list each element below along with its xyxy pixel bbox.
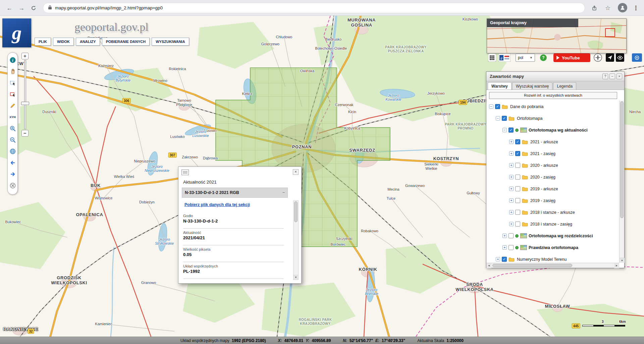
layer-row[interactable]: +Ortofotomapa wg rozdzielczości: [486, 230, 619, 242]
expand-icon[interactable]: +: [502, 234, 507, 238]
overview-map[interactable]: Geoportal krajowy: [487, 18, 627, 53]
layer-label[interactable]: 2020 - zasięg: [530, 175, 555, 180]
popup-vertical-scrollbar[interactable]: ▼: [293, 200, 299, 280]
layer-row[interactable]: −✓Ortofotomapa: [486, 112, 619, 124]
expand-icon[interactable]: +: [509, 222, 514, 226]
expand-icon[interactable]: +: [509, 198, 514, 203]
profile-avatar[interactable]: [618, 3, 627, 12]
layer-row[interactable]: +2018 i starsze - arkusze: [486, 206, 619, 218]
bookmark-star-icon[interactable]: ☆: [603, 3, 612, 13]
share-icon[interactable]: [590, 3, 599, 13]
tab-warstwy[interactable]: Warstwy: [488, 82, 512, 90]
zoom-slider-track[interactable]: [24, 60, 26, 129]
layer-checkbox[interactable]: [515, 163, 520, 168]
tab-legenda[interactable]: Legenda: [553, 82, 576, 90]
expand-icon[interactable]: +: [509, 163, 514, 167]
layer-checkbox[interactable]: ✓: [502, 257, 507, 262]
scrollbar-thumb[interactable]: [492, 264, 572, 267]
layer-label[interactable]: 2019 - arkusze: [530, 187, 558, 191]
zoom-in-button[interactable]: +: [21, 53, 29, 59]
layer-checkbox[interactable]: [515, 222, 520, 227]
menu-plik[interactable]: PLIK: [35, 38, 51, 46]
browser-menu-icon[interactable]: ⋮: [631, 3, 641, 13]
layer-label[interactable]: Dane do pobrania: [510, 104, 543, 109]
layer-checkbox[interactable]: ✓: [515, 151, 520, 156]
browser-refresh-icon[interactable]: [29, 3, 38, 13]
expand-icon[interactable]: +: [509, 175, 514, 179]
collapse-icon[interactable]: −: [496, 116, 500, 120]
scroll-right-arrow[interactable]: ►: [614, 263, 619, 268]
apps-grid-icon[interactable]: [488, 54, 496, 63]
layer-checkbox[interactable]: ✓: [515, 139, 520, 144]
layer-checkbox[interactable]: [508, 245, 514, 250]
pan-tool[interactable]: [9, 68, 16, 75]
menu-wyszukiwania[interactable]: WYSZUKIWANIA: [152, 38, 189, 46]
scroll-left-arrow[interactable]: ◄: [486, 263, 491, 268]
browser-url-bar[interactable]: mapy.geoportal.gov.pl/imap/Imgp_2.html?g…: [43, 3, 585, 13]
popup-list-icon[interactable]: [181, 169, 189, 175]
layer-row[interactable]: −✓Ortofotomapa wg aktualności: [486, 124, 619, 136]
layer-label[interactable]: Prawdziwa ortofotomapa: [529, 245, 578, 250]
info-tool[interactable]: i: [9, 56, 16, 64]
browser-back-icon[interactable]: ←: [5, 3, 14, 13]
panel-vertical-scrollbar[interactable]: ▼: [619, 101, 624, 263]
overview-extent-marker[interactable]: [605, 28, 615, 37]
layer-checkbox[interactable]: ✓: [502, 116, 507, 121]
layer-checkbox[interactable]: [515, 186, 520, 191]
menu-widok[interactable]: WIDOK: [53, 38, 74, 46]
scroll-down-arrow[interactable]: ▼: [620, 258, 625, 263]
layer-label[interactable]: 2018 i starsze - arkusze: [530, 210, 575, 215]
layer-checkbox[interactable]: ✓: [508, 128, 514, 133]
layer-row[interactable]: +2020 - arkusze: [486, 159, 619, 171]
layer-row[interactable]: +✓2021 - zasięg: [486, 148, 619, 159]
globe-tool[interactable]: [9, 148, 16, 155]
select-red-tool[interactable]: [9, 91, 16, 98]
layer-row[interactable]: +2019 - arkusze: [486, 183, 619, 195]
layer-checkbox[interactable]: [515, 175, 520, 180]
layer-label[interactable]: 2020 - arkusze: [530, 163, 558, 168]
gugik-logo[interactable]: g: [498, 54, 511, 63]
tab-wyszukaj-warstwe[interactable]: Wyszukaj warstwę: [512, 82, 553, 90]
expand-icon[interactable]: +: [509, 187, 514, 191]
xyh-tool[interactable]: XYH: [9, 113, 16, 121]
overview-map-title[interactable]: Geoportal krajowy: [487, 19, 578, 27]
expand-icon[interactable]: +: [509, 140, 514, 144]
layer-label[interactable]: Ortofotomapa wg aktualności: [529, 128, 588, 133]
help-button[interactable]: ?: [540, 54, 547, 61]
download-data-link[interactable]: Pobierz plik danych dla tej sekcji: [184, 202, 250, 207]
visibility-eye-button[interactable]: [616, 53, 624, 62]
layer-checkbox[interactable]: ✓: [495, 104, 500, 109]
layer-label[interactable]: Numeryczny Model Terenu: [517, 257, 567, 262]
youtube-button[interactable]: YouTube: [553, 53, 590, 62]
zoom-slider-handle[interactable]: [21, 102, 29, 105]
layer-checkbox[interactable]: [515, 210, 520, 215]
collapse-icon[interactable]: −: [502, 128, 507, 132]
layer-label[interactable]: 2021 - zasięg: [530, 151, 555, 156]
layer-label[interactable]: 2018 i starsze - zasięg: [530, 222, 572, 227]
layer-checkbox[interactable]: [508, 233, 514, 238]
expand-icon[interactable]: +: [509, 210, 514, 214]
panel-close-button[interactable]: ×: [616, 73, 622, 79]
layer-row[interactable]: +2019 - zasięg: [486, 195, 619, 206]
expand-icon[interactable]: +: [496, 257, 500, 261]
panel-help-button[interactable]: ?: [602, 73, 608, 79]
layer-label[interactable]: 2019 - zasięg: [530, 198, 555, 203]
scrollbar-thumb[interactable]: [620, 101, 624, 218]
expand-icon[interactable]: +: [502, 245, 507, 250]
expand-icon[interactable]: +: [509, 151, 514, 156]
select-tool[interactable]: [9, 79, 16, 87]
expand-all-layers-button[interactable]: Rozwiń inf. o wszystkich warstwach: [489, 92, 617, 99]
fly-to-button[interactable]: [606, 53, 614, 62]
camera-button[interactable]: [632, 53, 642, 62]
layer-label[interactable]: 2021 - arkusze: [530, 140, 558, 144]
panel-minimize-button[interactable]: −: [609, 73, 615, 79]
menu-pobieranie-danych[interactable]: POBIERANIE DANYCH: [102, 38, 150, 46]
next-view-tool[interactable]: [9, 170, 16, 178]
layer-row[interactable]: +2020 - zasięg: [486, 171, 619, 183]
collapse-icon[interactable]: −: [489, 104, 493, 109]
layer-label[interactable]: Ortofotomapa: [517, 116, 542, 121]
layer-row[interactable]: +2018 i starsze - zasięg: [486, 218, 619, 230]
popup-section-header[interactable]: − N-33-130-D-d-1-2 2021 RGB: [182, 188, 288, 198]
menu-analizy[interactable]: ANALIZY: [76, 38, 100, 46]
layer-checkbox[interactable]: [515, 198, 520, 203]
